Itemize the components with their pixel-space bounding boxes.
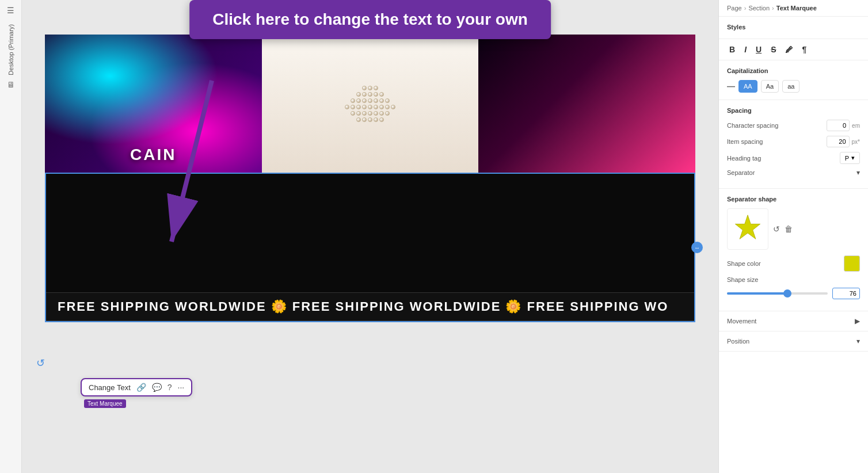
heading-tag-chevron: ▾ <box>851 154 855 162</box>
format-toolbar: B I U S 🖉 ¶ <box>719 39 868 60</box>
marquee-content: FREE SHIPPING WORLDWIDE 🌼 FREE SHIPPING … <box>46 299 680 314</box>
shape-size-fill <box>727 292 787 295</box>
position-arrow: ▾ <box>856 337 860 345</box>
character-spacing-label: Character spacing <box>727 122 778 129</box>
item-spacing-label: Item spacing <box>727 138 763 145</box>
shape-actions: ↺ 🗑 <box>773 224 793 234</box>
shape-color-label: Shape color <box>727 260 761 267</box>
character-spacing-input-group: em <box>827 120 860 131</box>
cap-btn-lower[interactable]: aa <box>782 80 800 93</box>
shape-refresh-icon[interactable]: ↺ <box>773 224 780 234</box>
tooltip-banner: Click here to change the text to your ow… <box>189 0 551 39</box>
character-spacing-unit: em <box>852 123 860 129</box>
canvas-wrapper: CAIN <box>22 0 718 473</box>
shape-size-input[interactable] <box>832 288 860 299</box>
capitalization-section: Capitalization — AA Aa aa <box>719 60 868 100</box>
strike-btn[interactable]: S <box>768 44 778 55</box>
separator-row: Separator ▾ <box>727 169 860 177</box>
paragraph-btn[interactable]: ¶ <box>800 44 809 55</box>
shape-color-swatch[interactable] <box>844 255 860 272</box>
marquee-text: FREE SHIPPING WORLDWIDE 🌼 FREE SHIPPING … <box>58 299 668 314</box>
cap-dash[interactable]: — <box>727 82 735 91</box>
movement-row[interactable]: Movement ▶ <box>719 311 868 331</box>
item-spacing-input-group: px* <box>827 136 860 147</box>
toolbar-link-icon[interactable]: 🔗 <box>136 383 146 392</box>
shape-color-row: Shape color <box>727 255 860 272</box>
right-panel: Page › Section › Text Marquee Styles B I… <box>718 0 868 473</box>
toolbar-badge: Text Marquee <box>84 399 126 408</box>
necklace-visual <box>345 86 395 122</box>
breadcrumb-page: Page <box>727 5 742 12</box>
expand-icon[interactable]: ↔ <box>691 242 703 253</box>
image-cell-2[interactable] <box>262 35 479 173</box>
heading-tag-row: Heading tag P ▾ <box>727 152 860 164</box>
cap-btn-upper[interactable]: AA <box>738 80 757 93</box>
character-spacing-input[interactable] <box>827 120 850 131</box>
movement-arrow: ▶ <box>855 317 860 325</box>
breadcrumb: Page › Section › Text Marquee <box>719 0 868 17</box>
left-sidebar: ☰ Desktop (Primary) 🖥 <box>0 0 22 473</box>
shape-size-label: Shape size <box>727 276 758 283</box>
cain-label: CAIN <box>130 146 176 164</box>
heading-tag-value: P <box>845 155 849 162</box>
breadcrumb-section: Section <box>748 5 770 12</box>
separator-label: Separator <box>727 169 755 176</box>
spacing-section: Spacing Character spacing em Item spacin… <box>719 100 868 189</box>
tooltip-text: Click here to change the text to your ow… <box>212 10 528 28</box>
underline-btn[interactable]: U <box>753 44 764 55</box>
fashion-image-3 <box>478 35 695 173</box>
heading-tag-label: Heading tag <box>727 155 761 162</box>
sidebar-menu-icon[interactable]: ☰ <box>7 6 14 15</box>
position-row[interactable]: Position ▾ <box>719 331 868 352</box>
toolbar-help-icon[interactable]: ? <box>167 383 172 392</box>
character-spacing-row: Character spacing em <box>727 120 860 131</box>
star-shape-svg <box>733 214 763 244</box>
shape-preview[interactable] <box>727 208 768 250</box>
sidebar-device-icon[interactable]: 🖥 <box>7 80 15 89</box>
separator-shape-title: Separator shape <box>727 196 860 203</box>
shape-size-track[interactable] <box>727 292 828 295</box>
toolbar-more-icon[interactable]: ··· <box>178 383 185 392</box>
main-canvas: Click here to change the text to your ow… <box>22 0 718 473</box>
styles-label: Styles <box>727 24 860 30</box>
position-label: Position <box>727 338 749 345</box>
toolbar-badge-text: Text Marquee <box>87 400 123 407</box>
toolbar-comment-icon[interactable]: 💬 <box>152 383 162 392</box>
clear-format-btn[interactable]: 🖉 <box>783 44 795 55</box>
item-spacing-unit: px* <box>852 139 860 145</box>
item-spacing-row: Item spacing px* <box>727 136 860 147</box>
image-row: CAIN <box>45 35 695 173</box>
cap-btn-title[interactable]: Aa <box>761 80 779 93</box>
image-cell-3[interactable] <box>478 35 695 173</box>
refresh-icon[interactable]: ↺ <box>36 357 45 369</box>
breadcrumb-sep-1: › <box>744 5 747 12</box>
shape-size-row: Shape size <box>727 276 860 283</box>
italic-btn[interactable]: I <box>742 44 749 55</box>
bold-btn[interactable]: B <box>727 44 737 55</box>
marquee-bar: FREE SHIPPING WORLDWIDE 🌼 FREE SHIPPING … <box>46 292 694 321</box>
movement-label: Movement <box>727 318 756 325</box>
marquee-section[interactable]: Change Text 🔗 💬 ? ··· Text Marquee FREE … <box>45 173 695 322</box>
styles-section: Styles <box>719 17 868 39</box>
separator-arrow[interactable]: ▾ <box>856 169 860 177</box>
item-spacing-input[interactable] <box>827 136 850 147</box>
shape-size-slider-row <box>727 288 860 299</box>
toolbar-change-text[interactable]: Change Text <box>89 383 131 392</box>
breadcrumb-current: Text Marquee <box>776 5 817 12</box>
capitalization-label: Capitalization <box>727 67 860 74</box>
sidebar-label: Desktop (Primary) <box>7 24 14 75</box>
spacing-label: Spacing <box>727 107 860 114</box>
shape-row: ↺ 🗑 <box>727 208 860 250</box>
element-toolbar: Change Text 🔗 💬 ? ··· Text Marquee <box>81 378 192 396</box>
cap-row: — AA Aa aa <box>727 80 860 93</box>
image-cell-1[interactable]: CAIN <box>45 35 262 173</box>
fashion-image-2 <box>262 35 479 173</box>
fashion-image-1: CAIN <box>45 35 262 173</box>
breadcrumb-sep-2: › <box>772 5 774 12</box>
svg-marker-2 <box>735 215 760 239</box>
heading-tag-select[interactable]: P ▾ <box>840 152 860 164</box>
shape-size-thumb[interactable] <box>783 289 791 297</box>
shape-delete-icon[interactable]: 🗑 <box>785 224 793 234</box>
separator-shape-section: Separator shape ↺ 🗑 Shape color Shape si… <box>719 189 868 311</box>
